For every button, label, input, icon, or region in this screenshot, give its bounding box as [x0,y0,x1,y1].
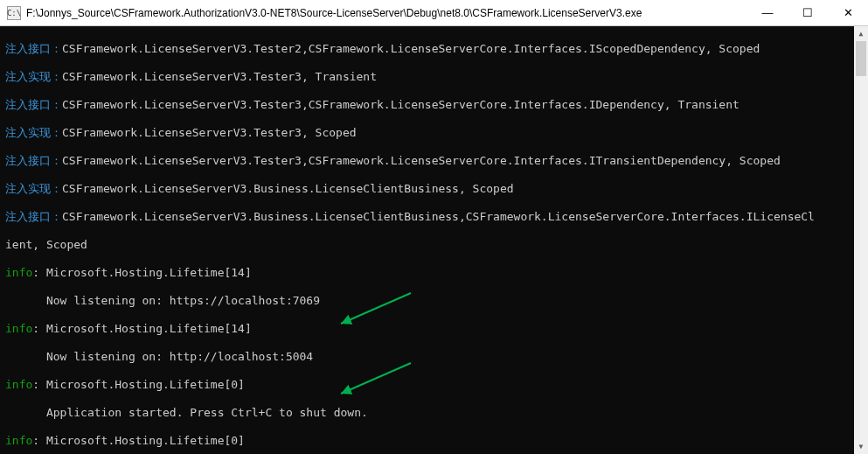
log-text: CSFramework.LicenseServerV3.Tester3,CSFr… [62,154,781,167]
log-text: CSFramework.LicenseServerV3.Tester3, Tra… [62,70,377,83]
scroll-up-button[interactable]: ▲ [854,26,868,41]
log-text: Now listening on: https://localhost:7069 [5,294,320,307]
maximize-button[interactable]: ☐ [788,0,828,26]
app-icon: C:\ [7,6,21,20]
log-level-info: info [5,322,32,335]
minimize-button[interactable]: — [747,0,788,26]
log-prefix: 注入接口： [5,98,62,111]
log-text: CSFramework.LicenseServerV3.Tester3,CSFr… [62,98,740,111]
console-output: 注入接口：CSFramework.LicenseServerV3.Tester2… [0,26,868,454]
log-text: CSFramework.LicenseServerV3.Business.Lic… [62,210,815,223]
log-text: Now listening on: http://localhost:5004 [5,350,313,363]
log-text: Application started. Press Ctrl+C to shu… [5,406,368,419]
log-text: ient, Scoped [5,238,87,251]
scroll-thumb[interactable] [856,41,866,76]
scroll-track[interactable] [854,41,868,439]
log-text: CSFramework.LicenseServerV3.Tester3, Sco… [62,126,357,139]
log-text: : Microsoft.Hosting.Lifetime[14] [32,266,251,279]
log-text: : Microsoft.Hosting.Lifetime[0] [32,434,245,447]
log-prefix: 注入接口： [5,154,62,167]
log-prefix: 注入实现： [5,70,62,83]
log-level-info: info [5,266,32,279]
log-prefix: 注入实现： [5,182,62,195]
log-prefix: 注入接口： [5,210,62,223]
log-text: : Microsoft.Hosting.Lifetime[0] [32,378,245,391]
window-controls: — ☐ ✕ [747,0,868,26]
titlebar[interactable]: C:\ F:\Jonnys_Source\CSFramework.Authori… [0,0,868,26]
close-button[interactable]: ✕ [828,0,868,26]
log-text: CSFramework.LicenseServerV3.Business.Lic… [62,182,514,195]
log-level-info: info [5,378,32,391]
log-level-info: info [5,434,32,447]
scroll-down-button[interactable]: ▼ [854,439,868,454]
log-text: : Microsoft.Hosting.Lifetime[14] [32,322,251,335]
vertical-scrollbar[interactable]: ▲ ▼ [854,26,868,454]
log-text: CSFramework.LicenseServerV3.Tester2,CSFr… [62,42,760,55]
window-title: F:\Jonnys_Source\CSFramework.Authorizati… [26,7,747,19]
log-prefix: 注入接口： [5,42,62,55]
log-prefix: 注入实现： [5,126,62,139]
